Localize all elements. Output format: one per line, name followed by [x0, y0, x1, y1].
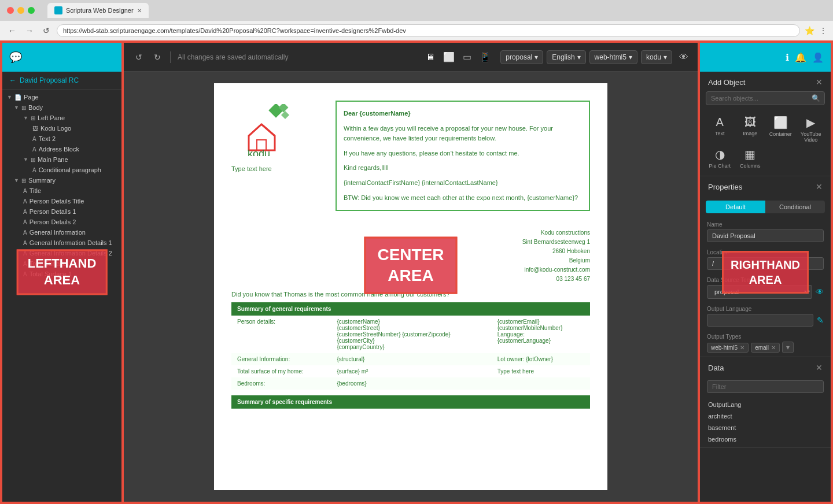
- address2: 2660 Hoboken: [522, 247, 590, 256]
- text-icon: A: [23, 209, 27, 215]
- tree-label: Total Surface 1: [30, 270, 72, 277]
- avatar[interactable]: 👤: [812, 52, 824, 63]
- image-icon: 🖼: [744, 116, 756, 129]
- tree-item-title[interactable]: A Title: [2, 186, 121, 196]
- container-icon: ⊞: [31, 157, 35, 163]
- properties-close-button[interactable]: ✕: [816, 182, 823, 191]
- center-canvas[interactable]: kodu living today & tomorrow Type text h…: [124, 72, 698, 502]
- svg-text:kodu: kodu: [248, 148, 270, 156]
- add-output-type-button[interactable]: ▾: [782, 342, 794, 353]
- row-label: Bedrooms:: [231, 377, 331, 390]
- left-panel: 💬 ← David Proposal RC ▼ 📄 Page ▼ ⊞ Body …: [1, 42, 123, 503]
- proposal-dropdown[interactable]: proposal ▾: [500, 50, 543, 64]
- tree-item-body[interactable]: ▼ ⊞ Body: [2, 102, 121, 113]
- company-name: Kodu constructions: [522, 228, 590, 238]
- data-item-architect[interactable]: architect: [700, 410, 831, 422]
- tree-item-general-info[interactable]: A General Information: [2, 227, 121, 238]
- back-button[interactable]: ←: [6, 25, 19, 36]
- tree-item-page[interactable]: ▼ 📄 Page: [2, 92, 121, 102]
- output-lang-edit-button[interactable]: ✎: [817, 316, 824, 325]
- tab-title: Scriptura Web Designer: [66, 7, 134, 14]
- tree-item-total-surface-1[interactable]: A Total Surface 1: [2, 269, 121, 279]
- mobile-device-button[interactable]: 📱: [477, 49, 493, 65]
- center-toolbar: ↺ ↻ All changes are saved automatically …: [124, 43, 698, 72]
- add-container-button[interactable]: ⬜ Container: [768, 116, 794, 143]
- remove-email-button[interactable]: ✕: [771, 344, 776, 351]
- tree-item-person-details-title[interactable]: A Person Details Title: [2, 196, 121, 206]
- objects-grid: A Text 🖼 Image ⬜ Container ▶ YouTube Vid…: [700, 111, 831, 176]
- redo-button[interactable]: ↻: [152, 50, 163, 64]
- name-input[interactable]: [707, 229, 824, 242]
- data-item-basement[interactable]: basement: [700, 422, 831, 433]
- faq-text: Did you know that Thomas is the most com…: [231, 291, 590, 298]
- location-input[interactable]: [707, 257, 824, 270]
- output-type-dropdown[interactable]: web-html5 ▾: [589, 50, 637, 64]
- tree-item-summary[interactable]: ▼ ⊞ Summary: [2, 175, 121, 186]
- forward-button[interactable]: →: [23, 25, 36, 36]
- tree-item-total-surface[interactable]: A Total Surface: [2, 258, 121, 269]
- datasource-select[interactable]: proposal: [707, 285, 812, 299]
- close-traffic-light[interactable]: [7, 7, 14, 14]
- container-icon: ⬜: [773, 116, 788, 129]
- left-panel-header: 💬: [2, 43, 121, 72]
- add-youtube-button[interactable]: ▶ YouTube Video: [798, 116, 824, 143]
- refresh-button[interactable]: ↺: [40, 25, 52, 36]
- language-dropdown[interactable]: English ▾: [547, 50, 585, 64]
- maximize-traffic-light[interactable]: [28, 7, 35, 14]
- data-item-bedrooms[interactable]: bedrooms: [700, 433, 831, 445]
- tree-item-address-block[interactable]: A Address Block: [2, 144, 121, 154]
- project-name: David Proposal RC: [20, 76, 79, 84]
- location-label: Location: [707, 249, 824, 255]
- remove-webhtml5-button[interactable]: ✕: [740, 344, 744, 351]
- text-icon: A: [32, 167, 36, 173]
- tag-email: email ✕: [751, 343, 780, 353]
- data-close-button[interactable]: ✕: [816, 363, 823, 372]
- add-columns-button[interactable]: ▦ Columns: [738, 147, 764, 169]
- theme-dropdown[interactable]: kodu ▾: [641, 50, 672, 64]
- youtube-icon: ▶: [806, 116, 815, 129]
- tree-item-general-info-details-2[interactable]: A General Information Details 2: [2, 248, 121, 258]
- search-input[interactable]: [706, 91, 825, 105]
- back-link[interactable]: ← David Proposal RC: [2, 72, 121, 90]
- datasource-view-button[interactable]: 👁: [816, 287, 824, 297]
- tree-item-person-details-2[interactable]: A Person Details 2: [2, 217, 121, 227]
- info-icon[interactable]: ℹ: [786, 52, 789, 63]
- add-text-button[interactable]: A Text: [707, 116, 733, 143]
- text-icon: A: [23, 188, 27, 194]
- tablet-device-button[interactable]: ⬜: [441, 49, 457, 65]
- minimize-traffic-light[interactable]: [17, 7, 24, 14]
- kodu-logo-svg: kodu living today & tomorrow: [231, 104, 307, 156]
- tree-item-general-info-details-1[interactable]: A General Information Details 1: [2, 238, 121, 248]
- tree-item-person-details-1[interactable]: A Person Details 1: [2, 206, 121, 217]
- browser-chrome: Scriptura Web Designer ✕ ← → ↺ ⭐ ⋮: [0, 0, 833, 40]
- tablet-landscape-button[interactable]: ▭: [460, 49, 474, 65]
- document: kodu living today & tomorrow Type text h…: [214, 83, 607, 490]
- tree-label: Body: [28, 104, 43, 111]
- tree-item-leftpane[interactable]: ▼ ⊞ Left Pane: [2, 113, 121, 123]
- container-icon: ⊞: [31, 115, 35, 121]
- add-object-close-button[interactable]: ✕: [816, 77, 823, 87]
- chevron-down-icon: ▾: [629, 53, 632, 61]
- tree-item-text2[interactable]: A Text 2: [2, 134, 121, 144]
- text-icon: A: [32, 136, 36, 142]
- tab-close-icon[interactable]: ✕: [137, 8, 142, 14]
- browser-tab[interactable]: Scriptura Web Designer ✕: [47, 3, 149, 18]
- preview-button[interactable]: 👁: [679, 52, 688, 62]
- bell-icon[interactable]: 🔔: [795, 52, 806, 63]
- desktop-device-button[interactable]: 🖥: [423, 50, 437, 65]
- tree-item-mainpane[interactable]: ▼ ⊞ Main Pane: [2, 154, 121, 165]
- data-item-outputlang[interactable]: OutputLang: [700, 399, 831, 410]
- undo-button[interactable]: ↺: [133, 50, 145, 64]
- tree-item-conditional[interactable]: A Conditional paragraph: [2, 165, 121, 175]
- tab-default[interactable]: Default: [706, 201, 765, 213]
- image-label: Image: [743, 131, 757, 136]
- add-piechart-button[interactable]: ◑ Pie Chart: [707, 147, 733, 169]
- data-filter-input[interactable]: [707, 380, 824, 393]
- output-lang-input[interactable]: [707, 314, 813, 327]
- url-bar[interactable]: [57, 24, 800, 37]
- autosave-text: All changes are saved automatically: [178, 53, 417, 61]
- tree-item-kodu-logo[interactable]: 🖼 Kodu Logo: [2, 123, 121, 134]
- add-image-button[interactable]: 🖼 Image: [738, 116, 764, 143]
- tab-conditional[interactable]: Conditional: [765, 201, 825, 213]
- email: info@kodu-construct.com: [522, 265, 590, 275]
